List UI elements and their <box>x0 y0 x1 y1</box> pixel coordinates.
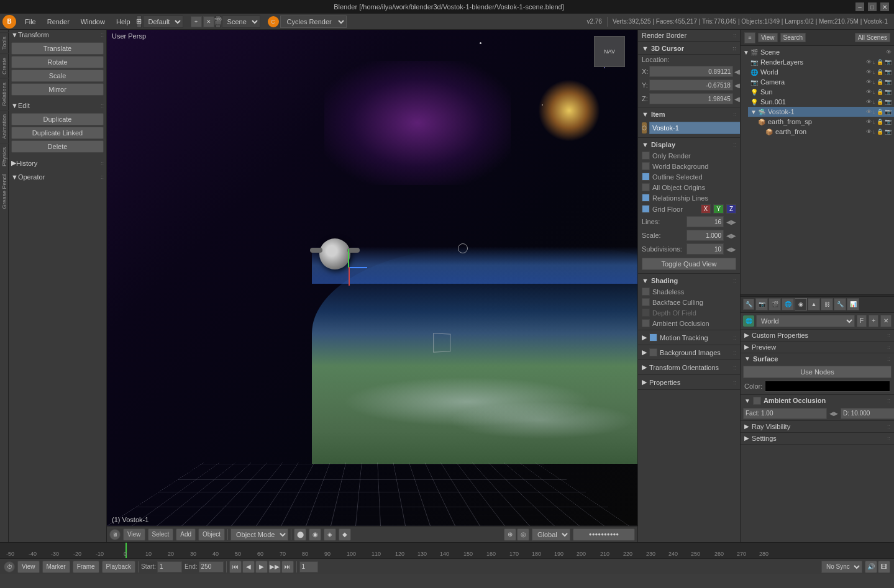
start-frame-input[interactable] <box>157 561 182 572</box>
outliner-camera[interactable]: 📷 Camera 👁 ↓ 🔒 📷 <box>748 77 894 87</box>
edit-header[interactable]: ▼ Edit :: <box>9 101 106 111</box>
surface-color-swatch[interactable] <box>765 381 890 392</box>
scale-input[interactable] <box>686 230 724 241</box>
vb-object-btn[interactable]: Object <box>198 528 225 541</box>
duplicate-linked-button[interactable]: Duplicate Linked <box>11 127 104 139</box>
item-header[interactable]: ▼ Item :: <box>638 109 740 120</box>
tab-animation[interactable]: Animation <box>0 110 9 143</box>
jump-end-btn[interactable]: ⏭ <box>281 561 294 573</box>
all-object-origins-checkbox[interactable] <box>642 183 650 191</box>
viewport-3d[interactable]: User Persp <box>107 30 637 526</box>
background-images-header[interactable]: ▶ Background Images :: <box>638 346 740 358</box>
transform-header[interactable]: ▼ Transform :: <box>9 30 106 40</box>
bg-images-checkbox[interactable] <box>649 348 657 356</box>
outline-selected-checkbox[interactable] <box>642 173 650 181</box>
relationship-lines-checkbox[interactable] <box>642 194 650 202</box>
axis-y-btn[interactable]: Y <box>713 204 724 214</box>
minimize-button[interactable]: – <box>855 2 864 11</box>
outliner-all-scenes-btn[interactable]: All Scenes <box>855 33 890 42</box>
data-btn[interactable]: 📊 <box>847 298 859 310</box>
ambient-occlusion-header[interactable]: ▼ Ambient Occlusion :: <box>741 395 894 407</box>
outliner-vostok[interactable]: ▼ 🛸 Vostok-1 👁 ↓ 🔒 📷 <box>748 107 894 117</box>
ao-checkbox[interactable] <box>642 319 650 327</box>
outliner-header-icon[interactable]: ≡ <box>744 32 755 43</box>
preview-header[interactable]: ▶ Preview :: <box>741 341 894 353</box>
cursor-y-input[interactable] <box>649 79 733 91</box>
shadeless-checkbox[interactable] <box>642 287 650 296</box>
outliner-earth-fron[interactable]: 📦 earth_fron 👁 ↓ 🔒 📷 <box>763 127 894 137</box>
cursor-y-drag[interactable]: ◀▶ <box>734 82 740 89</box>
scale-drag[interactable]: ◀▶ <box>726 232 736 239</box>
backface-checkbox[interactable] <box>642 298 650 306</box>
scene-props-btn[interactable]: 🎬 <box>769 298 781 310</box>
end-frame-input[interactable] <box>199 561 224 572</box>
scene-remove-btn[interactable]: ✕ <box>203 16 214 27</box>
transform-orientations-header[interactable]: ▶ Transform Orientations :: <box>638 361 740 373</box>
shading-header[interactable]: ▼ Shading :: <box>638 275 740 286</box>
outliner-earth-from-sp[interactable]: 📦 earth_from_sp 👁 ↓ 🔒 📷 <box>755 117 894 127</box>
maximize-button[interactable]: □ <box>868 2 877 11</box>
item-name-input[interactable] <box>649 122 740 134</box>
ray-visibility-header[interactable]: ▶ Ray Visibility :: <box>741 421 894 433</box>
rotate-button[interactable]: Rotate <box>11 56 104 68</box>
scene-add-btn[interactable]: + <box>191 16 202 27</box>
vb-add-btn[interactable]: Add <box>176 528 196 541</box>
axis-x-btn[interactable]: X <box>701 204 711 214</box>
operator-header[interactable]: ▼ Operator :: <box>9 172 106 182</box>
viewport-shading-2[interactable]: ◉ <box>309 528 321 541</box>
vb-view-btn[interactable]: View <box>123 528 145 541</box>
tab-physics[interactable]: Physics <box>0 143 9 170</box>
prev-frame-btn[interactable]: ◀ <box>242 561 255 573</box>
world-add-btn[interactable]: + <box>869 315 878 327</box>
cursor-z-drag[interactable]: ◀▶ <box>734 96 740 102</box>
motion-tracking-checkbox[interactable] <box>649 333 657 341</box>
use-nodes-btn[interactable]: Use Nodes <box>743 366 892 378</box>
history-header[interactable]: ▶ History :: <box>9 158 106 168</box>
world-props-btn[interactable]: 🌐 <box>782 298 794 310</box>
menu-render[interactable]: Render <box>42 17 75 27</box>
display-header[interactable]: ▼ Display :: <box>638 139 740 150</box>
outliner-search-btn[interactable]: Search <box>780 33 806 42</box>
outliner-view-btn[interactable]: View <box>758 33 778 42</box>
material-props-btn[interactable]: ◉ <box>795 298 807 310</box>
close-button[interactable]: ✕ <box>880 2 889 11</box>
scene-selector[interactable]: Scene <box>222 16 260 28</box>
grid-floor-checkbox[interactable] <box>642 205 650 213</box>
tl-playback-btn[interactable]: Playback <box>102 561 136 573</box>
ao-fact-input[interactable] <box>743 408 827 419</box>
props-icon[interactable]: 🔧 <box>743 299 754 310</box>
viewport-shading-3[interactable]: ◈ <box>324 528 336 541</box>
layers-btn[interactable]: ●●●●●●●●●● <box>573 528 635 541</box>
cursor-z-input[interactable] <box>649 93 733 104</box>
next-frame-btn[interactable]: ▶▶ <box>268 561 281 573</box>
duplicate-button[interactable]: Duplicate <box>11 113 104 125</box>
motion-tracking-header[interactable]: ▶ Motion Tracking :: <box>638 332 740 343</box>
engine-selector[interactable]: Cycles Render <box>280 16 347 28</box>
obj-props-btn[interactable]: ▲ <box>808 298 820 310</box>
settings-header[interactable]: ▶ Settings :: <box>741 433 894 445</box>
cursor-x-input[interactable] <box>649 66 733 77</box>
modifier-btn[interactable]: 🔧 <box>834 298 846 310</box>
cursor-3d-header[interactable]: ▼ 3D Cursor :: <box>638 43 740 55</box>
only-render-checkbox[interactable] <box>642 152 650 160</box>
proportional-icon[interactable]: ◎ <box>517 528 529 541</box>
audio-btn[interactable]: 🔊 <box>865 561 877 573</box>
outliner-scene[interactable]: ▼ 🎬 Scene 👁 <box>741 47 894 57</box>
properties-header[interactable]: ▶ Properties :: <box>638 376 740 388</box>
vb-select-btn[interactable]: Select <box>148 528 174 541</box>
sync-select[interactable]: No Sync <box>821 561 862 573</box>
snap-icon[interactable]: ⊕ <box>504 528 516 541</box>
menu-window[interactable]: Window <box>76 17 110 27</box>
global-local-select[interactable]: Global <box>532 528 570 541</box>
current-frame-input[interactable] <box>299 561 318 572</box>
dof-checkbox[interactable] <box>642 309 650 317</box>
menu-file[interactable]: File <box>20 17 41 27</box>
world-remove-btn[interactable]: ✕ <box>880 315 892 327</box>
subdivisions-drag[interactable]: ◀▶ <box>726 246 736 253</box>
mirror-button[interactable]: Mirror <box>11 83 104 96</box>
tab-relations[interactable]: Relations <box>0 78 9 110</box>
lines-drag[interactable]: ◀▶ <box>726 219 736 225</box>
ao-d-input[interactable] <box>841 408 894 419</box>
custom-props-header[interactable]: ▶ Custom Properties :: <box>741 330 894 341</box>
outliner-world[interactable]: 🌐 World 👁 ↓ 🔒 📷 <box>748 67 894 77</box>
